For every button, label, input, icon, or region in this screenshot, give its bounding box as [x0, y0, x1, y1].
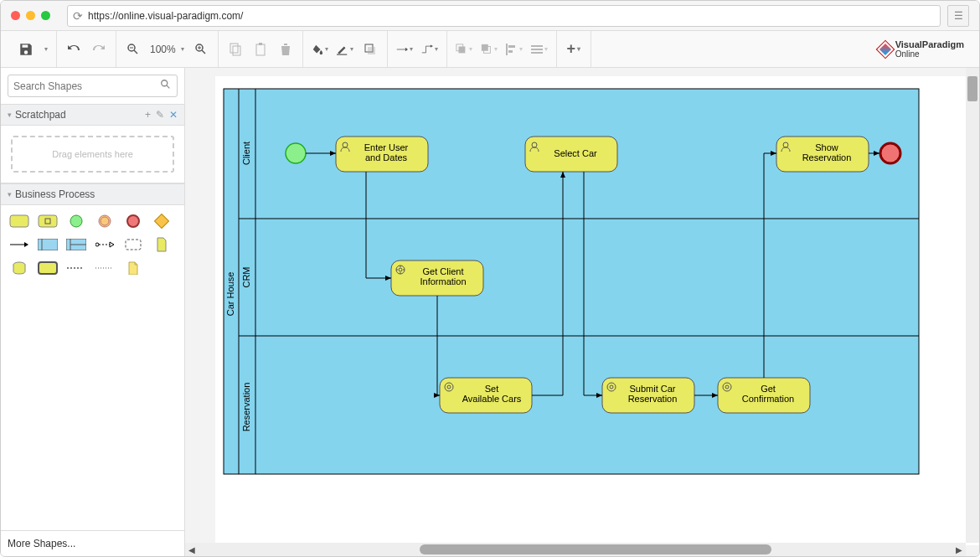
activity-show-reservation[interactable]: ShowReservation [776, 137, 869, 172]
zoom-dropdown[interactable]: ▾ [181, 45, 184, 53]
activity-label: Enter Userand Dates [364, 142, 409, 162]
activity-get-client[interactable]: Get ClientInformation [391, 260, 483, 296]
shape-association[interactable] [66, 260, 86, 276]
svg-point-25 [162, 80, 168, 86]
pool-label: Car House [225, 272, 235, 317]
svg-rect-15 [458, 46, 465, 53]
svg-rect-8 [233, 46, 240, 55]
svg-rect-7 [230, 44, 238, 53]
zoom-level[interactable]: 100% ▾ [150, 44, 184, 55]
maximize-window-button[interactable] [41, 11, 50, 20]
lane-reservation-label: Reservation [241, 383, 251, 432]
save-dropdown[interactable]: ▾ [44, 45, 48, 53]
to-front-button[interactable]: ▾ [456, 41, 472, 58]
scrollbar-thumb[interactable] [420, 544, 771, 554]
shadow-button[interactable] [362, 41, 379, 58]
start-event[interactable] [286, 143, 306, 163]
shape-sequence-flow[interactable] [9, 237, 29, 252]
canvas[interactable]: Car House Client CRM Reservation [215, 76, 979, 545]
svg-point-33 [127, 215, 139, 227]
sidebar: ▾ Scratchpad + ✎ ✕ Drag elements here ▾ … [1, 68, 185, 556]
line-color-button[interactable]: ▾ [337, 41, 353, 58]
waypoint-button[interactable]: ▾ [421, 41, 438, 58]
shape-data-object[interactable] [152, 237, 172, 252]
logo-icon [875, 39, 895, 59]
reload-icon[interactable]: ⟳ [73, 9, 83, 23]
connection-button[interactable]: ▾ [396, 41, 413, 58]
shape-annotation[interactable] [123, 260, 143, 276]
horizontal-scrollbar[interactable]: ◀ ▶ [185, 543, 966, 556]
activity-label: Select Car [554, 148, 597, 158]
svg-line-4 [202, 50, 205, 54]
shape-data-store[interactable] [9, 260, 29, 276]
svg-rect-36 [38, 239, 58, 250]
shape-call-activity[interactable] [38, 260, 58, 276]
end-event[interactable] [880, 143, 900, 163]
shape-lane[interactable] [66, 237, 86, 252]
activity-enter-user[interactable]: Enter Userand Dates [336, 137, 428, 172]
minimize-window-button[interactable] [26, 11, 35, 20]
url-input[interactable] [88, 10, 935, 22]
align-button[interactable]: ▾ [506, 41, 523, 58]
activity-submit-reservation[interactable]: Submit CarReservation [602, 378, 694, 413]
shape-pool[interactable] [38, 237, 58, 252]
zoom-out-button[interactable] [125, 41, 142, 58]
zoom-in-button[interactable] [193, 41, 209, 58]
svg-rect-23 [531, 49, 543, 50]
drop-hint: Drag elements here [11, 136, 174, 173]
scroll-right-icon[interactable]: ▶ [956, 545, 962, 554]
business-process-header[interactable]: ▾ Business Process [1, 183, 184, 205]
shape-end-event[interactable] [123, 214, 143, 229]
canvas-viewport[interactable]: Car House Client CRM Reservation [185, 68, 979, 556]
svg-rect-20 [508, 45, 515, 48]
search-input[interactable] [13, 80, 160, 92]
scratchpad-edit-icon[interactable]: ✎ [156, 109, 164, 121]
shape-annotation-flow[interactable] [95, 260, 115, 276]
more-shapes-link[interactable]: More Shapes... [1, 530, 184, 556]
redo-button[interactable] [90, 41, 107, 58]
window-controls [11, 11, 50, 20]
fill-color-button[interactable]: ▾ [312, 41, 328, 58]
close-window-button[interactable] [11, 11, 20, 20]
svg-rect-24 [531, 52, 543, 54]
save-button[interactable] [18, 41, 34, 58]
svg-rect-21 [508, 50, 513, 53]
add-button[interactable]: +▾ [565, 41, 582, 58]
activity-set-cars[interactable]: SetAvailable Cars [440, 378, 532, 413]
shapes-palette [1, 205, 184, 284]
shape-message-flow[interactable] [95, 237, 115, 252]
scratchpad-area[interactable]: Drag elements here [1, 126, 184, 183]
svg-line-26 [167, 85, 170, 89]
svg-rect-19 [506, 44, 508, 55]
vertical-scrollbar[interactable] [966, 68, 979, 543]
scratchpad-add-icon[interactable]: + [145, 109, 151, 121]
url-bar[interactable]: ⟳ [67, 5, 941, 27]
paste-button[interactable] [252, 41, 269, 58]
shape-gateway[interactable] [152, 214, 172, 229]
shape-task[interactable] [9, 214, 29, 229]
bp-title: Business Process [15, 188, 178, 200]
scrollbar-thumb[interactable] [967, 76, 977, 101]
search-icon[interactable] [160, 79, 172, 93]
shape-group[interactable] [123, 237, 143, 252]
shape-start-event[interactable] [66, 214, 86, 229]
undo-button[interactable] [65, 41, 82, 58]
delete-button[interactable] [277, 41, 294, 58]
scroll-left-icon[interactable]: ◀ [188, 545, 195, 554]
scratchpad-close-icon[interactable]: ✕ [169, 109, 178, 121]
distribute-button[interactable]: ▾ [531, 41, 548, 58]
search-box[interactable] [8, 75, 178, 97]
copy-button[interactable] [227, 41, 244, 58]
scratchpad-header[interactable]: ▾ Scratchpad + ✎ ✕ [1, 104, 184, 126]
shape-intermediate-event[interactable] [95, 214, 115, 229]
activity-get-confirmation[interactable]: GetConfirmation [718, 378, 810, 413]
bpmn-diagram[interactable]: Car House Client CRM Reservation [215, 76, 979, 545]
svg-rect-27 [10, 215, 28, 227]
svg-rect-43 [126, 240, 141, 250]
activity-select-car[interactable]: Select Car [525, 137, 617, 172]
zoom-value: 100% [150, 44, 176, 55]
shape-subprocess[interactable] [38, 214, 58, 229]
menu-button[interactable]: ☰ [947, 5, 969, 27]
search-container [1, 68, 184, 104]
to-back-button[interactable]: ▾ [481, 41, 498, 58]
